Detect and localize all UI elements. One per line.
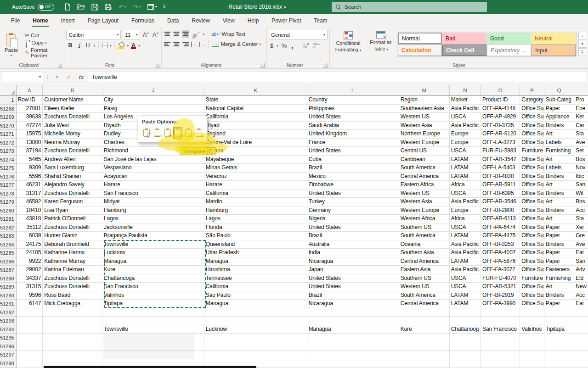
cell[interactable]: Eastern Asia: [399, 266, 450, 274]
cell[interactable]: OFF-PA-4007: [481, 249, 520, 257]
cell[interactable]: Centre-Val de Loire: [204, 139, 307, 147]
insert-function-icon[interactable]: fx: [76, 74, 86, 80]
row-header[interactable]: 51282: [0, 223, 17, 232]
cell[interactable]: Katharine Harms: [43, 249, 102, 257]
cell[interactable]: 5465: [17, 156, 43, 164]
cell[interactable]: Office Sup: [520, 291, 544, 300]
cell[interactable]: Product ID: [481, 96, 520, 105]
cell[interactable]: 31315: [17, 283, 43, 291]
cell[interactable]: South America: [399, 291, 450, 300]
formula-input[interactable]: Townsville: [88, 72, 587, 82]
cell[interactable]: [450, 359, 481, 368]
cell[interactable]: [102, 317, 204, 325]
cell[interactable]: Art: [544, 130, 574, 139]
cell[interactable]: Katherine Murray: [43, 257, 102, 266]
cell[interactable]: 34337: [17, 274, 43, 283]
cell[interactable]: Art: [544, 283, 574, 291]
cell[interactable]: Bragança Paulista: [102, 232, 204, 240]
cell[interactable]: Nicaragua: [307, 300, 399, 308]
save-as-button[interactable]: [105, 4, 112, 11]
cell[interactable]: Jacksonville: [102, 223, 204, 232]
cell[interactable]: Kure: [102, 266, 204, 274]
chevron-down-icon[interactable]: [203, 33, 205, 36]
cell[interactable]: [204, 342, 307, 351]
cell[interactable]: Townsville: [102, 240, 204, 249]
comma-format-icon[interactable]: [290, 42, 294, 49]
cell[interactable]: [204, 308, 307, 317]
cell[interactable]: [520, 342, 544, 351]
chevron-down-icon[interactable]: [127, 44, 129, 47]
cell[interactable]: [399, 317, 450, 325]
cell[interactable]: Hiroshima: [204, 266, 307, 274]
row-header[interactable]: 51268: [0, 105, 17, 113]
cell[interactable]: [520, 308, 544, 317]
cell[interactable]: [399, 342, 450, 351]
fill-color-icon[interactable]: [118, 42, 125, 49]
cell[interactable]: OFF-AP-4929: [481, 113, 520, 122]
cell[interactable]: [574, 334, 588, 342]
orientation-icon[interactable]: [191, 29, 202, 39]
tab-file[interactable]: File: [5, 14, 26, 28]
cell[interactable]: OFF-BI-3253: [481, 240, 520, 249]
cell[interactable]: 6147: [17, 300, 43, 308]
cell[interactable]: Southeastern Asia: [399, 105, 450, 113]
cell[interactable]: Brazil: [307, 164, 399, 173]
cell[interactable]: California: [204, 283, 307, 291]
undo-button[interactable]: ↶: [119, 4, 127, 10]
document-title[interactable]: Retail Store 2016.xlsx: [216, 4, 299, 10]
confirm-entry-icon[interactable]: [64, 74, 74, 80]
cell[interactable]: Managua: [204, 300, 307, 308]
cell[interactable]: 24105: [17, 249, 43, 257]
cell[interactable]: [307, 308, 399, 317]
cell[interactable]: Western Africa: [399, 215, 450, 223]
wrap-text-button[interactable]: Wrap Text: [211, 31, 245, 37]
cell[interactable]: Office Sup: [520, 156, 544, 164]
cell[interactable]: [43, 325, 102, 334]
cell[interactable]: [520, 334, 544, 342]
cell[interactable]: Zuschuss Donatelli: [43, 283, 102, 291]
cell[interactable]: Lucknow: [102, 249, 204, 257]
cell[interactable]: Bos: [574, 156, 588, 164]
chevron-down-icon[interactable]: [93, 44, 95, 47]
cell[interactable]: Central America: [399, 300, 450, 308]
cell[interactable]: 9596: [17, 291, 43, 300]
cell[interactable]: Mayabeque: [204, 156, 307, 164]
cell[interactable]: [481, 359, 520, 368]
cell[interactable]: Ave: [574, 139, 588, 147]
row-header[interactable]: 51280: [0, 206, 17, 215]
gallery-more-icon[interactable]: ▾: [578, 48, 586, 56]
cell[interactable]: United States: [307, 274, 399, 283]
cell[interactable]: Eat: [574, 300, 588, 308]
cell[interactable]: [399, 351, 450, 359]
cell[interactable]: [307, 351, 399, 359]
cell[interactable]: Eileen Kiefer: [43, 105, 102, 113]
row-header[interactable]: 51289: [0, 283, 17, 291]
cell[interactable]: 9922: [17, 257, 43, 266]
cell[interactable]: City: [102, 96, 204, 105]
tab-data[interactable]: Data: [161, 14, 185, 28]
cell[interactable]: [481, 342, 520, 351]
cell[interactable]: Region: [399, 96, 450, 105]
cell[interactable]: São Paulo: [204, 291, 307, 300]
cell[interactable]: France: [307, 139, 399, 147]
tab-team[interactable]: Team: [307, 14, 334, 28]
cell[interactable]: [17, 317, 43, 325]
cell[interactable]: [574, 342, 588, 351]
cell[interactable]: [43, 308, 102, 317]
cell[interactable]: Oceania: [399, 240, 450, 249]
cell[interactable]: Pro: [574, 96, 588, 105]
cell[interactable]: Acayucan: [102, 173, 204, 181]
cell[interactable]: [520, 351, 544, 359]
cell[interactable]: New: [574, 283, 588, 291]
open-button[interactable]: [77, 4, 85, 10]
cell[interactable]: Managua: [307, 325, 399, 334]
cell[interactable]: Labels: [544, 139, 574, 147]
cell[interactable]: Philippines: [307, 105, 399, 113]
cell[interactable]: USCA: [450, 274, 481, 283]
cell[interactable]: OFF-PA-6474: [481, 223, 520, 232]
cell[interactable]: Country: [307, 96, 399, 105]
cell[interactable]: Office Sup: [520, 266, 544, 274]
cell[interactable]: OFF-PA-4148: [481, 105, 520, 113]
cell[interactable]: [481, 334, 520, 342]
cell[interactable]: Office Sup: [520, 257, 544, 266]
